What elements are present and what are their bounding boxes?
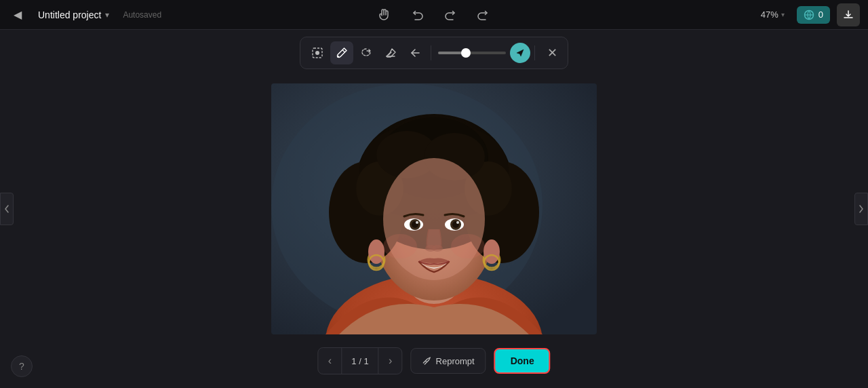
header-center-controls bbox=[374, 4, 494, 26]
left-panel-toggle[interactable] bbox=[0, 193, 14, 225]
svg-point-35 bbox=[484, 239, 500, 264]
project-title-text: Untitled project bbox=[38, 9, 101, 20]
project-title-button[interactable]: Untitled project ▾ bbox=[33, 7, 115, 23]
help-button[interactable]: ? bbox=[11, 355, 33, 377]
editing-toolbar: ✕ bbox=[300, 37, 568, 69]
lasso-icon bbox=[360, 47, 372, 59]
header-left: ◀ Untitled project ▾ Autosaved bbox=[8, 5, 161, 24]
subject-select-tool[interactable] bbox=[306, 41, 329, 64]
subject-icon bbox=[311, 47, 323, 59]
share-icon bbox=[804, 9, 814, 20]
apply-icon bbox=[515, 48, 525, 58]
share-button[interactable]: 0 bbox=[797, 6, 830, 24]
page-indicator: 1 / 1 bbox=[341, 348, 378, 374]
zoom-chevron: ▾ bbox=[781, 11, 785, 18]
back-arrow-tool[interactable] bbox=[403, 41, 427, 64]
redo2-icon bbox=[477, 9, 489, 21]
download-icon bbox=[843, 9, 854, 20]
brush-size-control bbox=[438, 52, 506, 54]
left-chevron-icon bbox=[3, 204, 10, 214]
close-icon: ✕ bbox=[547, 45, 557, 60]
canvas-image bbox=[271, 83, 597, 334]
eraser-tool[interactable] bbox=[379, 41, 402, 64]
eraser-icon bbox=[384, 47, 397, 59]
redo-button[interactable] bbox=[439, 4, 461, 26]
prev-icon: ‹ bbox=[328, 355, 332, 367]
svg-point-31 bbox=[451, 234, 485, 258]
bottom-bar: ‹ 1 / 1 › Reprompt Done bbox=[317, 347, 550, 374]
svg-point-3 bbox=[337, 56, 339, 58]
right-chevron-icon bbox=[858, 204, 865, 214]
pagination-control: ‹ 1 / 1 › bbox=[317, 347, 402, 374]
back-arrow-icon bbox=[409, 47, 421, 59]
reprompt-button[interactable]: Reprompt bbox=[411, 348, 486, 374]
canvas-area: ‹ 1 / 1 › Reprompt Done ? bbox=[0, 30, 868, 388]
undo-button[interactable] bbox=[407, 4, 429, 26]
share-count: 0 bbox=[818, 9, 823, 20]
download-button[interactable] bbox=[837, 3, 860, 26]
help-icon: ? bbox=[19, 361, 24, 372]
hand-icon bbox=[378, 8, 392, 22]
header: ◀ Untitled project ▾ Autosaved bbox=[0, 0, 868, 30]
redo-icon bbox=[444, 9, 456, 21]
project-title-chevron: ▾ bbox=[105, 10, 109, 20]
reprompt-label: Reprompt bbox=[436, 356, 475, 366]
svg-point-27 bbox=[456, 221, 459, 224]
redo2-button[interactable] bbox=[472, 4, 494, 26]
portrait-svg bbox=[271, 83, 597, 334]
reprompt-icon bbox=[422, 356, 432, 366]
svg-point-34 bbox=[368, 239, 384, 264]
right-panel-toggle[interactable] bbox=[854, 193, 868, 225]
prev-page-button[interactable]: ‹ bbox=[318, 348, 341, 374]
close-toolbar-button[interactable]: ✕ bbox=[542, 43, 562, 63]
next-page-button[interactable]: › bbox=[379, 348, 402, 374]
zoom-control[interactable]: 47% ▾ bbox=[755, 7, 790, 22]
page-label: 1 / 1 bbox=[351, 356, 368, 366]
brush-tool[interactable] bbox=[330, 41, 353, 64]
hand-tool-button[interactable] bbox=[374, 4, 396, 26]
toolbar-divider bbox=[431, 45, 431, 60]
header-right: 47% ▾ 0 bbox=[755, 3, 860, 26]
brush-icon bbox=[336, 47, 348, 59]
undo-icon bbox=[412, 9, 424, 21]
svg-point-30 bbox=[383, 234, 417, 258]
back-button[interactable]: ◀ bbox=[8, 5, 27, 24]
apply-mask-button[interactable] bbox=[510, 43, 530, 63]
svg-point-26 bbox=[416, 221, 418, 224]
lasso-tool[interactable] bbox=[355, 41, 378, 64]
done-label: Done bbox=[511, 355, 534, 366]
zoom-level: 47% bbox=[761, 9, 778, 20]
svg-point-2 bbox=[315, 51, 319, 55]
brush-size-slider[interactable] bbox=[438, 52, 506, 54]
autosaved-label: Autosaved bbox=[123, 10, 161, 20]
next-icon: › bbox=[389, 355, 392, 367]
toolbar-divider-2 bbox=[534, 45, 535, 60]
svg-point-29 bbox=[432, 245, 443, 252]
done-button[interactable]: Done bbox=[494, 348, 551, 374]
